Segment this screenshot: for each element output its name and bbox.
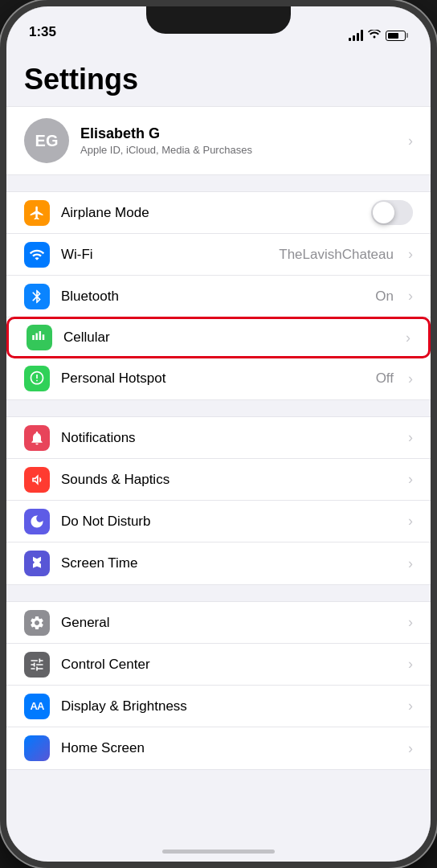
screen-time-chevron-icon: › [408,555,413,572]
bluetooth-label: Bluetooth [61,289,364,305]
bluetooth-icon [24,284,50,309]
profile-chevron-icon: › [408,133,413,149]
screen-time-row[interactable]: Screen Time › [6,542,431,584]
sounds-haptics-label: Sounds & Haptics [61,472,397,488]
sounds-haptics-chevron-icon: › [408,471,413,488]
wifi-icon [24,242,50,268]
do-not-disturb-row[interactable]: Do Not Disturb › [6,501,431,542]
personal-hotspot-value: Off [376,371,394,387]
personal-hotspot-icon [24,366,50,391]
status-time: 1:35 [29,24,56,42]
screen-time-label: Screen Time [61,555,397,571]
connectivity-group: Airplane Mode Wi-Fi TheLavishChateau › [6,191,431,400]
cellular-row[interactable]: Cellular › [6,317,431,358]
screen: 1:35 [6,6,431,862]
general-row[interactable]: General › [6,602,431,644]
screen-time-icon [24,551,50,576]
airplane-mode-row[interactable]: Airplane Mode [6,192,431,234]
do-not-disturb-label: Do Not Disturb [61,514,397,530]
home-screen-chevron-icon: › [408,740,413,757]
profile-subtitle: Apple ID, iCloud, Media & Purchases [80,144,397,156]
bluetooth-row[interactable]: Bluetooth On › [6,276,431,317]
general-group: General › Control Center › AA D [6,601,431,770]
content-area: Settings EG Elisabeth G Apple ID, iCloud… [6,47,431,862]
wifi-label: Wi-Fi [61,247,268,263]
display-brightness-row[interactable]: AA Display & Brightness › [6,686,431,727]
display-brightness-chevron-icon: › [408,698,413,714]
sounds-haptics-icon [24,467,50,493]
profile-info: Elisabeth G Apple ID, iCloud, Media & Pu… [80,125,397,156]
cellular-label: Cellular [63,330,394,346]
home-indicator [162,850,275,854]
cellular-icon [27,325,52,350]
page-title: Settings [6,47,431,106]
personal-hotspot-row[interactable]: Personal Hotspot Off › [6,358,431,399]
profile-name: Elisabeth G [80,125,397,142]
general-label: General [61,615,397,631]
general-chevron-icon: › [408,614,413,631]
control-center-chevron-icon: › [408,656,413,673]
home-screen-label: Home Screen [61,740,397,756]
profile-section[interactable]: EG Elisabeth G Apple ID, iCloud, Media &… [6,106,431,175]
home-screen-row[interactable]: Home Screen › [6,727,431,769]
notifications-chevron-icon: › [408,429,413,446]
wifi-value: TheLavishChateau [279,247,394,263]
status-icons [349,29,408,42]
control-center-label: Control Center [61,657,397,673]
phone-frame: 1:35 [0,0,437,868]
personal-hotspot-chevron-icon: › [408,371,413,387]
bluetooth-value: On [375,289,394,305]
notifications-group: Notifications › Sounds & Haptics › [6,416,431,585]
signal-bars-icon [349,30,363,41]
notifications-icon [24,425,50,451]
home-screen-icon [24,735,50,761]
display-brightness-icon: AA [24,694,50,719]
airplane-mode-toggle[interactable] [371,200,413,225]
profile-row[interactable]: EG Elisabeth G Apple ID, iCloud, Media &… [6,107,431,174]
do-not-disturb-icon [24,509,50,534]
avatar: EG [24,118,69,163]
control-center-icon [24,652,50,678]
control-center-row[interactable]: Control Center › [6,644,431,686]
battery-icon [386,31,408,41]
personal-hotspot-label: Personal Hotspot [61,371,365,387]
sounds-haptics-row[interactable]: Sounds & Haptics › [6,459,431,501]
wifi-row[interactable]: Wi-Fi TheLavishChateau › [6,234,431,276]
notifications-row[interactable]: Notifications › [6,417,431,459]
cellular-chevron-icon: › [406,330,410,346]
bluetooth-chevron-icon: › [408,288,413,305]
airplane-mode-icon [24,200,50,226]
display-brightness-label: Display & Brightness [61,698,397,714]
airplane-mode-label: Airplane Mode [61,205,360,221]
wifi-status-icon [368,29,381,42]
do-not-disturb-chevron-icon: › [408,513,413,530]
general-icon [24,610,50,636]
wifi-chevron-icon: › [408,246,413,263]
notifications-label: Notifications [61,430,397,446]
notch [146,6,291,34]
